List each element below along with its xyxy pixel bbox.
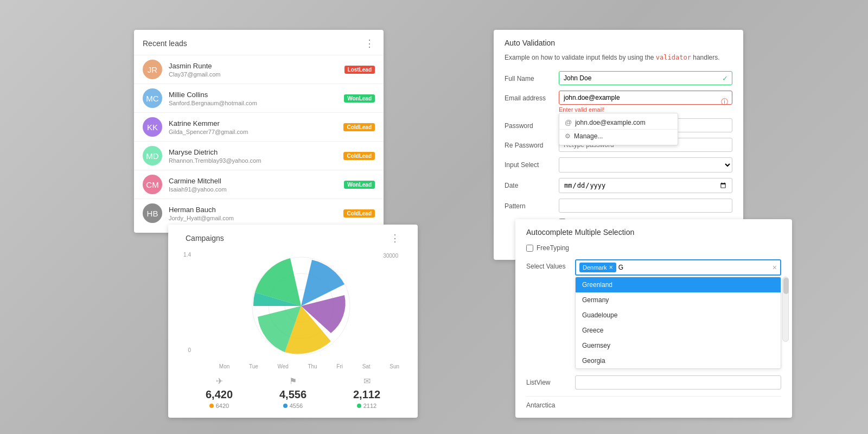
lead-name: Katrine Kemmer [169,119,343,127]
dropdown-item-georgia[interactable]: Georgia [576,353,781,368]
antarctica-row: Antarctica [526,396,781,409]
inputselect-row: Input Select [505,157,732,173]
dropdown-item-guernsey[interactable]: Guernsey [576,338,781,353]
lead-email: Clay37@gmail.com [169,71,344,78]
lead-badge: WonLead [344,181,375,189]
y-label-bottom: 0 [188,347,191,353]
lead-row[interactable]: JR Jasmin Runte Clay37@gmail.com LostLea… [134,55,384,84]
listview-input[interactable] [575,375,781,390]
campaign-stats: ✈ 6,420 6420 ⚑ 4,556 4556 ✉ 2,112 2112 [177,376,409,409]
dropdown-wrap: Greenland Germany Guadeloupe Greece Guer… [575,277,781,369]
lead-row[interactable]: MD Maryse Dietrich Rhannon.Tremblay93@ya… [134,141,384,170]
stat-sent-label: 6420 [206,403,233,409]
lead-name: Carmine Mitchell [169,177,344,185]
stat-flagged-label: 4556 [279,403,307,409]
stat-sent-value: 6,420 [206,388,233,401]
scrollbar-thumb[interactable] [783,278,789,294]
email-error: Enter valid email! [559,106,732,113]
stat-email: ✉ 2,112 2112 [353,376,380,409]
lead-info: Millie Collins Sanford.Bergnaum@hotmail.… [169,91,344,106]
day-wed: Wed [277,363,288,369]
lead-email: Rhannon.Tremblay93@yahoo.com [169,157,343,164]
dropdown-item-germany[interactable]: Germany [576,292,781,308]
freetyping-checkbox[interactable] [526,245,533,252]
select-type-input[interactable] [618,264,640,271]
campaigns-menu-icon[interactable]: ⋮ [390,232,400,244]
leads-list: JR Jasmin Runte Clay37@gmail.com LostLea… [134,55,384,227]
lead-info: Maryse Dietrich Rhannon.Tremblay93@yahoo… [169,148,343,164]
lead-info: Herman Bauch Jordy_Hyatt@gmail.com [169,206,343,221]
lead-row[interactable]: CM Carmine Mitchell Isaiah91@yahoo.com W… [134,170,384,199]
lead-avatar: CM [143,175,162,194]
listview-label: ListView [526,375,575,386]
lead-name: Maryse Dietrich [169,148,343,156]
validator-label: validator [656,54,691,61]
day-sat: Sat [362,363,371,369]
recent-leads-menu-icon[interactable]: ⋮ [365,37,375,49]
lead-badge: WonLead [344,94,375,103]
lead-name: Millie Collins [169,91,344,99]
date-row: Date [505,178,732,193]
recent-leads-header: Recent leads ⋮ [134,37,384,55]
antarctica-label: Antarctica [526,401,555,409]
email-label: Email address [505,91,559,102]
inputselect-select[interactable] [559,157,732,173]
email-field: ⓘ Enter valid email! @ john.doe@example.… [559,91,732,113]
y-label-top: 1.4 [183,252,191,258]
email-suggestion[interactable]: @ john.doe@example.com [559,116,678,129]
lead-badge: ColdLead [343,209,375,218]
denmark-tag-remove[interactable]: × [609,264,613,271]
flag-icon: ⚑ [279,376,307,386]
lead-badge: ColdLead [343,123,375,131]
email-input[interactable] [559,91,732,105]
stat-sent: ✈ 6,420 6420 [206,376,233,409]
date-input[interactable] [559,178,732,193]
repassword-label: Re Password [505,138,559,149]
stat-flagged: ⚑ 4,556 4556 [279,376,307,409]
chart-body: 30000 [193,252,409,369]
fullname-label: Full Name [505,71,559,82]
lead-email: Jordy_Hyatt@gmail.com [169,215,343,221]
day-thu: Thu [308,363,317,369]
dropdown-item-greenland[interactable]: Greenland [576,277,781,292]
at-icon: @ [565,118,572,126]
auto-validation-title: Auto Validation [505,39,732,47]
listview-field [575,375,781,390]
lead-avatar: KK [143,117,162,137]
freetyping-label: FreeTyping [537,244,569,252]
lead-info: Jasmin Runte Clay37@gmail.com [169,62,344,78]
select-values-field: Denmark × × Greenland Germany Guadeloupe… [575,259,781,369]
scrollbar-track [782,277,789,342]
email-manage[interactable]: ⚙ Manage... [559,129,678,143]
lead-row[interactable]: HB Herman Bauch Jordy_Hyatt@gmail.com Co… [134,199,384,227]
day-fri: Fri [336,363,343,369]
lead-info: Katrine Kemmer Gilda_Spencer77@gmail.com [169,119,343,135]
campaigns-card: Campaigns ⋮ 1.4 0 30000 [168,225,418,418]
polar-chart-svg [247,252,355,360]
freetyping-row: FreeTyping [526,244,781,252]
lead-email: Sanford.Bergnaum@hotmail.com [169,100,344,106]
lead-info: Carmine Mitchell Isaiah91@yahoo.com [169,177,344,193]
lead-avatar: MD [143,146,162,165]
select-input-wrap[interactable]: Denmark × × [575,259,781,276]
fullname-input[interactable] [559,71,732,85]
stat-flagged-value: 4,556 [279,388,307,401]
fullname-field: ✓ [559,71,732,85]
pattern-row: Pattern [505,199,732,213]
select-clear-button[interactable]: × [773,263,777,272]
dropdown-list: Greenland Germany Guadeloupe Greece Guer… [575,277,781,369]
lead-name: Herman Bauch [169,206,343,214]
valid-icon: ✓ [722,74,728,82]
lead-row[interactable]: KK Katrine Kemmer Gilda_Spencer77@gmail.… [134,112,384,141]
pattern-input[interactable] [559,199,732,213]
dropdown-item-greece[interactable]: Greece [576,323,781,338]
paper-plane-icon: ✈ [206,376,233,386]
flagged-dot [283,404,288,408]
polar-chart-container: 30000 [193,252,409,360]
email-dropdown: @ john.doe@example.com ⚙ Manage... [559,113,678,145]
dropdown-item-guadeloupe[interactable]: Guadeloupe [576,308,781,323]
campaigns-title: Campaigns [186,234,224,242]
sent-dot [209,404,214,408]
lead-badge: LostLead [344,66,375,74]
lead-row[interactable]: MC Millie Collins Sanford.Bergnaum@hotma… [134,84,384,112]
